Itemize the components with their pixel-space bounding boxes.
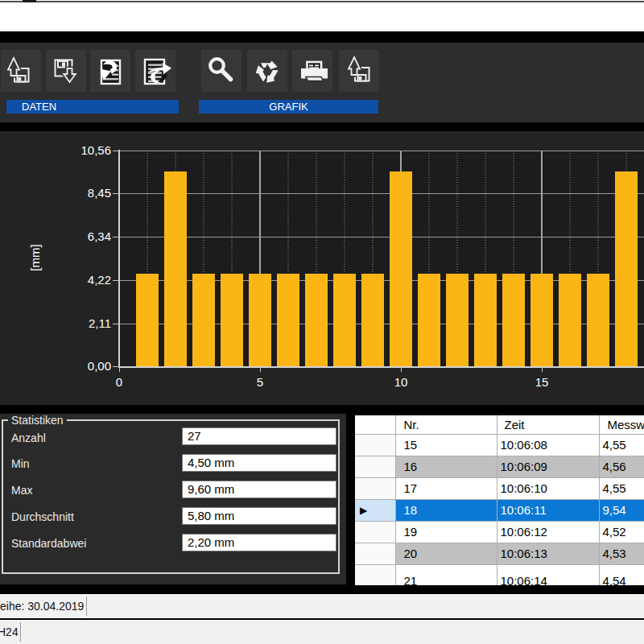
svg-text:6,34: 6,34 <box>88 229 111 243</box>
svg-text:0,00: 0,00 <box>88 359 111 373</box>
svg-text:5: 5 <box>257 375 263 389</box>
svg-text:10,56: 10,56 <box>80 143 111 157</box>
svg-text:10: 10 <box>394 375 408 389</box>
svg-text:15: 15 <box>535 375 549 389</box>
svg-text:[mm]: [mm] <box>28 244 42 270</box>
svg-text:0: 0 <box>116 375 122 389</box>
svg-text:4,22: 4,22 <box>88 273 111 287</box>
svg-text:2,11: 2,11 <box>89 316 111 330</box>
svg-text:8,45: 8,45 <box>88 186 111 200</box>
